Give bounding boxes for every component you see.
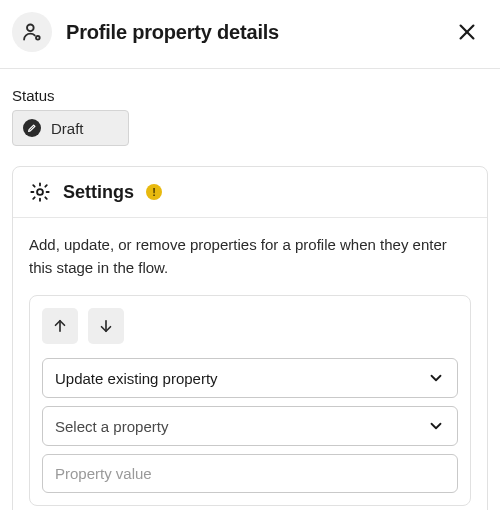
status-section: Status Draft	[0, 69, 500, 166]
arrow-down-icon	[97, 317, 115, 335]
settings-header: Settings !	[13, 167, 487, 218]
profile-icon-wrapper	[12, 12, 52, 52]
action-select-value: Update existing property	[55, 370, 218, 387]
move-down-button[interactable]	[88, 308, 124, 344]
status-label: Status	[12, 87, 488, 104]
chevron-down-icon	[427, 369, 445, 387]
reorder-controls	[42, 308, 458, 344]
settings-title: Settings	[63, 182, 134, 203]
status-value: Draft	[51, 120, 84, 137]
header: Profile property details	[0, 0, 500, 69]
close-icon	[456, 21, 478, 43]
chevron-down-icon	[427, 417, 445, 435]
gear-icon	[29, 181, 51, 203]
close-button[interactable]	[450, 15, 484, 49]
svg-point-0	[27, 25, 34, 32]
page-title: Profile property details	[66, 21, 450, 44]
move-up-button[interactable]	[42, 308, 78, 344]
settings-description: Add, update, or remove properties for a …	[29, 234, 471, 279]
settings-body: Add, update, or remove properties for a …	[13, 218, 487, 510]
settings-card: Settings ! Add, update, or remove proper…	[12, 166, 488, 510]
status-badge: Draft	[12, 110, 129, 146]
warning-icon: !	[146, 184, 162, 200]
property-select-value: Select a property	[55, 418, 168, 435]
property-select[interactable]: Select a property	[42, 406, 458, 446]
svg-point-1	[36, 36, 40, 40]
draft-icon	[23, 119, 41, 137]
arrow-up-icon	[51, 317, 69, 335]
profile-icon	[22, 22, 42, 42]
property-value-input[interactable]	[42, 454, 458, 493]
property-group: Update existing property Select a proper…	[29, 295, 471, 506]
svg-point-4	[37, 189, 43, 195]
action-select[interactable]: Update existing property	[42, 358, 458, 398]
